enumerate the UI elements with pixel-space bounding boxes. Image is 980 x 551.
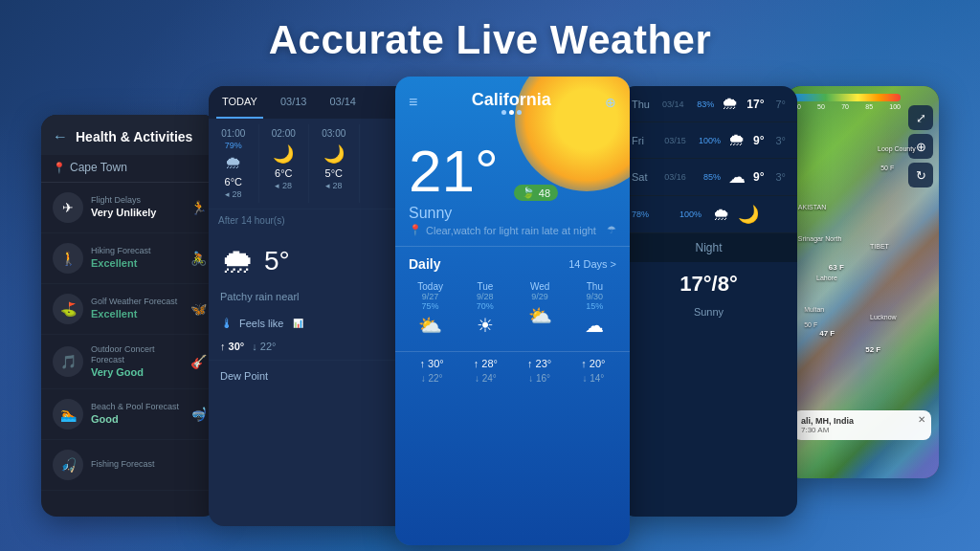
bar-label-100: 100 bbox=[889, 103, 901, 110]
hour-1-time: 01:00 bbox=[221, 128, 245, 139]
california-header: ≡ California ⊕ bbox=[395, 77, 630, 122]
feels-like-label: Feels like bbox=[239, 318, 283, 329]
wed-hi: ↑ 23° bbox=[515, 358, 565, 369]
fishing-icon-circle: 🎣 bbox=[53, 450, 83, 480]
activity-flight-delays[interactable]: ✈ Flight Delays Very Unlikely 🏃 bbox=[41, 183, 218, 233]
extra-pct2: 100% bbox=[679, 209, 702, 219]
thu-lo: 7° bbox=[775, 99, 786, 110]
hiking-label: Hiking Forecast bbox=[91, 246, 183, 256]
current-temp-block: 5° bbox=[264, 246, 290, 276]
fri-name: Fri bbox=[632, 135, 657, 146]
concert-icon-circle: 🎵 bbox=[53, 346, 83, 377]
day-tue-icon: ☀ bbox=[477, 314, 494, 337]
current-temp-value: 5° bbox=[264, 246, 290, 276]
thu-hi: ↑ 20° bbox=[568, 358, 618, 369]
weekly-thu-row: Thu 03/14 83% 🌧 17° 7° bbox=[620, 86, 797, 122]
tab-0314[interactable]: 03/14 bbox=[323, 86, 362, 119]
hiking-value: Excellent bbox=[91, 256, 183, 270]
feels-like-row: 🌡 Feels like 📊 bbox=[209, 308, 410, 339]
desc-text: Clear,watch for light rain late at night bbox=[426, 225, 596, 236]
day-thu-name: Thu bbox=[587, 281, 603, 292]
daily-link[interactable]: 14 Days > bbox=[568, 258, 616, 270]
day-thu-pct: 15% bbox=[586, 301, 603, 311]
aqi-badge: 🍃 48 bbox=[514, 185, 558, 201]
menu-icon[interactable]: ≡ bbox=[409, 94, 417, 111]
activity-concert[interactable]: 🎵 Outdoor Concert Forecast Very Good 🎸 bbox=[41, 335, 218, 389]
popup-close-icon[interactable]: ✕ bbox=[918, 414, 925, 425]
map-label-lahore: Lahore bbox=[816, 275, 837, 281]
california-temperature: 21° bbox=[409, 142, 499, 201]
flight-text: Flight Delays Very Unlikely bbox=[91, 195, 183, 219]
today-lo: ↓ 22° bbox=[407, 373, 457, 384]
hour-2-temp: 6°C bbox=[275, 167, 292, 179]
current-conditions: 🌧 5° bbox=[209, 231, 410, 291]
thu-name: Thu bbox=[632, 99, 655, 110]
location-row: 📍 Cape Town bbox=[41, 155, 218, 183]
day-tue: Tue 9/28 70% ☀ bbox=[457, 277, 512, 343]
map-content: 30 50 70 85 100 ⤢ ⊕ ↻ Loop County 50 F A… bbox=[786, 86, 939, 478]
cards-container: ← Health & Activities 📍 Cape Town ✈ Flig… bbox=[0, 86, 980, 551]
california-temp-section: 21° 🍃 48 Sunny 📍 Clear,watch for light r… bbox=[395, 122, 630, 246]
back-arrow-icon[interactable]: ← bbox=[53, 128, 68, 145]
sat-pct: 85% bbox=[696, 172, 721, 182]
sat-date: 03/16 bbox=[664, 172, 688, 182]
location-target-icon[interactable]: ⊕ bbox=[605, 95, 616, 110]
hour-3-temp: 5°C bbox=[325, 167, 343, 179]
map-refresh-btn[interactable]: ↻ bbox=[908, 163, 933, 187]
weekly-sat-row: Sat 03/16 85% ☁ 9° 3° bbox=[620, 159, 797, 196]
hourly-tabs: TODAY 03/13 03/14 bbox=[209, 86, 410, 119]
activity-beach[interactable]: 🏊 Beach & Pool Forecast Good 🤿 bbox=[41, 389, 218, 440]
day-thu-date: 9/30 bbox=[587, 292, 604, 301]
day-wed-date: 9/29 bbox=[531, 292, 548, 301]
concert-text: Outdoor Concert Forecast Very Good bbox=[91, 344, 183, 379]
tue-lo: ↓ 24° bbox=[460, 373, 510, 384]
weekly-fri-row: Fri 03/15 100% 🌧 9° 3° bbox=[620, 122, 797, 159]
golf-icon-circle: ⛳ bbox=[53, 294, 83, 324]
lo-row: ↓ 22° ↓ 24° ↓ 16° ↓ 14° bbox=[407, 373, 618, 384]
popup-time: 7:30 AM bbox=[801, 426, 924, 434]
map-temp-47: 47 F bbox=[819, 329, 835, 338]
extra-pct: 78% bbox=[632, 209, 649, 219]
day-today-pct: 75% bbox=[422, 301, 439, 311]
tab-today[interactable]: TODAY bbox=[216, 86, 263, 119]
activity-hiking[interactable]: 🚶 Hiking Forecast Excellent 🚴 bbox=[41, 233, 218, 284]
beach-value: Good bbox=[91, 412, 183, 426]
tab-0313[interactable]: 03/13 bbox=[275, 86, 313, 119]
day-thu: Thu 9/30 15% ☁ bbox=[568, 277, 622, 343]
current-desc: Patchy rain nearl bbox=[209, 291, 410, 308]
music-icon: 🎸 bbox=[190, 354, 207, 369]
hourly-col-1: 01:00 79% 🌧 6°C ◂ 28 bbox=[209, 124, 259, 203]
map-label-lucknow: Lucknow bbox=[870, 314, 897, 320]
day-tue-date: 9/28 bbox=[477, 292, 494, 301]
beach-icon-circle: 🏊 bbox=[53, 399, 83, 430]
location-pin-icon: 📍 bbox=[53, 162, 66, 174]
day-wed-icon: ⛅ bbox=[528, 304, 552, 327]
city-name: California bbox=[472, 90, 551, 110]
fishing-label: Fishing Forecast bbox=[91, 459, 207, 470]
hour-3-wind: ◂ 28 bbox=[325, 181, 343, 190]
hour-2-wind: ◂ 28 bbox=[275, 181, 292, 190]
fishing-text: Fishing Forecast bbox=[91, 459, 207, 470]
dew-point-row: Dew Point bbox=[209, 360, 410, 389]
map-card: 30 50 70 85 100 ⤢ ⊕ ↻ Loop County 50 F A… bbox=[786, 86, 939, 478]
map-background: 30 50 70 85 100 ⤢ ⊕ ↻ Loop County 50 F A… bbox=[786, 86, 939, 478]
feels-like-hi: ↑ 30° bbox=[220, 341, 244, 352]
concert-value: Very Good bbox=[91, 365, 183, 379]
hiking-icon-circle: 🚶 bbox=[53, 243, 83, 274]
sat-icon: ☁ bbox=[728, 166, 746, 187]
map-expand-btn[interactable]: ⤢ bbox=[908, 105, 933, 130]
night-temp: 17°/8° bbox=[620, 262, 797, 306]
hi-row: ↑ 30° ↑ 28° ↑ 23° ↑ 20° bbox=[407, 358, 618, 369]
dew-point-label: Dew Point bbox=[220, 370, 268, 382]
hourly-col-3: 03:00 🌙 5°C ◂ 28 bbox=[309, 124, 360, 203]
thu-date: 03/14 bbox=[662, 99, 684, 109]
day-tue-name: Tue bbox=[477, 281, 493, 292]
feels-like-chart-icon: 📊 bbox=[293, 319, 303, 328]
hour-2-icon: 🌙 bbox=[273, 143, 294, 165]
bar-label-50: 50 bbox=[817, 103, 825, 110]
day-today-icon: ⛅ bbox=[418, 314, 442, 337]
activity-fishing[interactable]: 🎣 Fishing Forecast bbox=[41, 440, 218, 491]
activity-golf[interactable]: ⛳ Golf Weather Forecast Excellent 🦋 bbox=[41, 284, 218, 335]
feels-like-values: ↑ 30° ↓ 22° bbox=[209, 339, 410, 360]
daily-label: Daily bbox=[409, 256, 440, 272]
